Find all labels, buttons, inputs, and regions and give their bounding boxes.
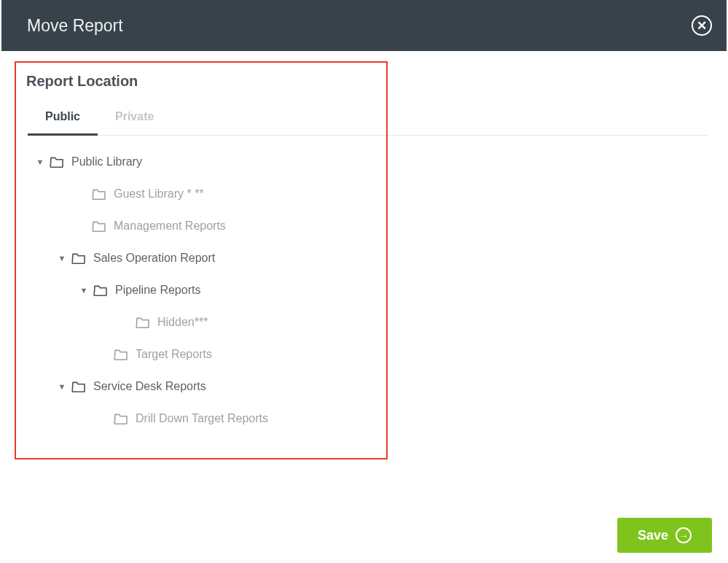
folder-icon bbox=[114, 413, 128, 424]
tree-node-management-reports[interactable]: ▼ Management Reports bbox=[25, 210, 708, 242]
move-report-dialog: Move Report ✕ Report Location Public Pri… bbox=[1, 0, 727, 562]
dialog-title: Move Report bbox=[27, 16, 123, 36]
tree-node-label: Sales Operation Report bbox=[93, 252, 215, 265]
tree-node-drill-down-target-reports[interactable]: ▼ Drill Down Target Reports bbox=[25, 403, 708, 435]
tab-public[interactable]: Public bbox=[28, 103, 98, 136]
save-button[interactable]: Save → bbox=[617, 518, 712, 553]
dialog-header: Move Report ✕ bbox=[1, 0, 727, 51]
tree-node-label: Hidden*** bbox=[157, 316, 208, 329]
tree-node-label: Target Reports bbox=[136, 348, 212, 361]
close-button[interactable]: ✕ bbox=[692, 15, 712, 36]
folder-icon bbox=[93, 284, 108, 296]
tree-node-label: Service Desk Reports bbox=[93, 380, 206, 393]
tree-node-service-desk-reports[interactable]: ▼ Service Desk Reports bbox=[25, 370, 708, 403]
tree-node-sales-operation-report[interactable]: ▼ Sales Operation Report bbox=[25, 242, 708, 274]
folder-icon bbox=[136, 317, 150, 328]
save-button-label: Save bbox=[638, 528, 668, 543]
folder-icon bbox=[50, 156, 64, 168]
tree-node-public-library[interactable]: ▼ Public Library bbox=[25, 146, 708, 178]
section-title: Report Location bbox=[26, 73, 708, 90]
chevron-down-icon[interactable]: ▼ bbox=[77, 286, 90, 295]
tree-node-label: Public Library bbox=[71, 155, 142, 168]
tree-node-hidden[interactable]: ▼ Hidden*** bbox=[25, 306, 708, 338]
dialog-footer: Save → bbox=[617, 518, 712, 553]
folder-icon bbox=[92, 188, 106, 200]
folder-icon bbox=[71, 381, 86, 392]
chevron-down-icon[interactable]: ▼ bbox=[34, 158, 47, 166]
folder-icon bbox=[71, 252, 86, 264]
folder-icon bbox=[114, 349, 128, 360]
tree-node-label: Guest Library * ** bbox=[114, 187, 204, 201]
close-icon: ✕ bbox=[697, 20, 707, 32]
tree-node-label: Management Reports bbox=[114, 220, 226, 233]
tree-node-target-reports[interactable]: ▼ Target Reports bbox=[25, 338, 708, 370]
tree-node-label: Pipeline Reports bbox=[115, 284, 200, 297]
tabs: Public Private bbox=[28, 103, 708, 136]
dialog-body: Report Location Public Private ▼ Public … bbox=[1, 51, 727, 562]
chevron-down-icon[interactable]: ▼ bbox=[55, 382, 69, 391]
chevron-down-icon[interactable]: ▼ bbox=[55, 254, 69, 263]
folder-icon bbox=[92, 220, 106, 232]
tab-private[interactable]: Private bbox=[98, 103, 171, 136]
arrow-right-circle-icon: → bbox=[676, 527, 692, 543]
tree-node-pipeline-reports[interactable]: ▼ Pipeline Reports bbox=[25, 274, 708, 306]
folder-tree: ▼ Public Library ▼ Guest Library * ** ▼ … bbox=[25, 146, 708, 435]
tree-node-guest-library[interactable]: ▼ Guest Library * ** bbox=[25, 178, 708, 210]
tree-node-label: Drill Down Target Reports bbox=[136, 412, 268, 425]
